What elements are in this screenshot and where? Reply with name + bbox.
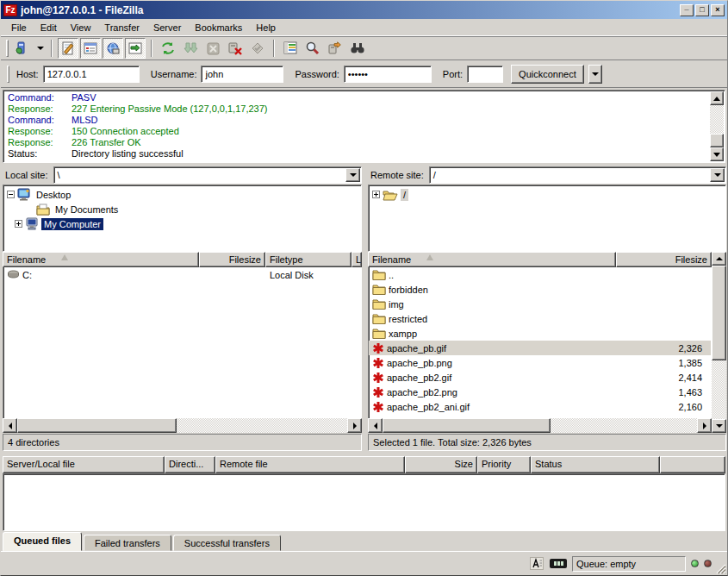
toggle-transfer-queue-icon[interactable]	[125, 38, 146, 59]
remote-pane: Remote site: / /	[366, 165, 728, 451]
message-log-section: Command:PASV Response:227 Entering Passi…	[1, 88, 727, 165]
cancel-operation-icon[interactable]	[202, 38, 223, 59]
menu-help[interactable]: Help	[249, 20, 283, 35]
menu-transfer[interactable]: Transfer	[97, 20, 146, 35]
remote-directory-tree: /	[368, 185, 726, 252]
scroll-right-icon[interactable]	[347, 418, 362, 433]
log-scrollbar[interactable]	[710, 91, 724, 161]
scroll-down-icon[interactable]	[712, 419, 726, 433]
local-status-text: 4 directories	[3, 434, 362, 451]
tab-successful-transfers[interactable]: Successful transfers	[173, 535, 281, 551]
file-row-selected[interactable]: apache_pb.gif 2,326	[369, 341, 711, 355]
log-label: Response:	[8, 103, 72, 115]
tab-queued-files[interactable]: Queued files	[3, 532, 82, 551]
log-label: Response:	[8, 137, 72, 148]
log-label: Command:	[8, 115, 72, 126]
log-text: 227 Entering Passive Mode (127,0,0,1,17,…	[72, 103, 267, 115]
menu-bookmarks[interactable]: Bookmarks	[188, 20, 249, 35]
local-hscrollbar[interactable]	[3, 418, 362, 433]
file-row[interactable]: apache_pb2.png 1,463	[369, 385, 711, 399]
menu-server[interactable]: Server	[146, 20, 188, 35]
username-input[interactable]	[201, 66, 283, 83]
column-header-filename[interactable]: Filename	[368, 252, 616, 267]
toggle-local-tree-icon[interactable]	[80, 38, 101, 59]
quickconnect-button[interactable]: Quickconnect	[511, 65, 584, 84]
remote-vscrollbar[interactable]	[712, 252, 726, 433]
toolbar-grip[interactable]	[6, 40, 9, 57]
reconnect-icon[interactable]	[247, 38, 268, 59]
remote-site-combo[interactable]: /	[429, 166, 726, 184]
local-site-combo[interactable]: \	[53, 166, 362, 184]
file-row[interactable]: img	[369, 297, 711, 311]
column-header-remote-file[interactable]: Remote file	[215, 456, 405, 473]
column-header-server-local-file[interactable]: Server/Local file	[3, 456, 165, 473]
menu-file[interactable]: File	[4, 20, 34, 35]
queue-list[interactable]	[3, 473, 725, 531]
host-input[interactable]	[43, 66, 140, 83]
file-row[interactable]: restricted	[369, 311, 711, 326]
column-header-filetype[interactable]: Filetype	[265, 252, 352, 267]
column-header-priority[interactable]: Priority	[477, 456, 531, 473]
directory-comparison-icon[interactable]	[347, 38, 368, 59]
toggle-remote-tree-icon[interactable]	[103, 38, 123, 59]
scroll-up-icon[interactable]	[712, 252, 726, 266]
refresh-icon[interactable]	[158, 38, 178, 59]
directory-listing-filters-icon[interactable]	[280, 38, 301, 59]
tab-failed-transfers[interactable]: Failed transfers	[84, 535, 171, 551]
chevron-down-icon[interactable]	[345, 168, 360, 182]
column-header-direction[interactable]: Directi...	[165, 456, 215, 473]
message-log: Command:PASV Response:227 Entering Passi…	[3, 90, 725, 163]
close-button[interactable]: ×	[711, 4, 725, 16]
tree-item-my-computer[interactable]: My Computer	[3, 216, 361, 231]
scroll-right-icon[interactable]	[697, 418, 712, 433]
file-row[interactable]: apache_pb.png 1,385	[369, 355, 711, 370]
minimize-button[interactable]: _	[680, 4, 694, 16]
image-file-icon	[372, 342, 384, 354]
scroll-left-icon[interactable]	[3, 418, 17, 433]
process-queue-icon[interactable]	[180, 38, 201, 59]
local-site-label: Local site:	[3, 170, 51, 180]
quickconnect-grip[interactable]	[7, 66, 9, 83]
log-text: Directory listing successful	[72, 148, 184, 160]
column-header-filesize[interactable]: Filesize	[616, 252, 712, 267]
expand-icon[interactable]	[372, 191, 380, 198]
resize-grip[interactable]	[714, 562, 726, 574]
toolbar	[1, 36, 727, 60]
scroll-left-icon[interactable]	[368, 418, 383, 433]
collapse-icon[interactable]	[7, 191, 15, 198]
column-header-filesize[interactable]: Filesize	[199, 252, 265, 267]
toggle-message-log-icon[interactable]	[58, 38, 78, 59]
file-row[interactable]: forbidden	[369, 282, 711, 297]
quickconnect-dropdown-icon[interactable]	[588, 65, 602, 84]
remote-hscrollbar[interactable]	[368, 418, 712, 433]
file-row[interactable]: apache_pb2.gif 2,414	[369, 370, 711, 385]
tree-item-label: My Documents	[53, 203, 121, 216]
site-manager-dropdown-icon[interactable]	[35, 39, 46, 58]
file-row[interactable]: ..	[369, 267, 711, 282]
site-manager-icon[interactable]	[13, 38, 34, 59]
column-header-filename[interactable]: Filename	[3, 252, 199, 267]
tree-item-my-documents[interactable]: My Documents	[3, 202, 361, 216]
file-row[interactable]: xampp	[369, 326, 711, 341]
chevron-down-icon[interactable]	[710, 168, 725, 182]
column-header-last-modified[interactable]: L	[352, 252, 362, 267]
synchronized-browsing-icon[interactable]	[325, 38, 345, 59]
tree-item-root[interactable]: /	[369, 187, 725, 202]
menu-edit[interactable]: Edit	[34, 20, 64, 35]
file-row[interactable]: apache_pb2_ani.gif 2,160	[369, 399, 711, 414]
expand-icon[interactable]	[15, 220, 22, 228]
remote-status-text: Selected 1 file. Total size: 2,326 bytes	[368, 434, 726, 451]
column-header-size[interactable]: Size	[405, 456, 477, 473]
password-input[interactable]	[344, 66, 432, 83]
maximize-button[interactable]: □	[695, 4, 709, 16]
scroll-up-icon[interactable]	[710, 91, 724, 105]
menu-view[interactable]: View	[64, 20, 98, 35]
scroll-down-icon[interactable]	[710, 147, 724, 161]
tree-item-desktop[interactable]: Desktop	[3, 187, 361, 202]
port-input[interactable]	[467, 66, 503, 83]
quickconnect-bar: Host: Username: Password: Port: Quickcon…	[1, 60, 727, 88]
disconnect-icon[interactable]	[225, 38, 246, 59]
file-search-icon[interactable]	[302, 38, 323, 59]
file-row-c-drive[interactable]: C: Local Disk	[3, 267, 361, 282]
column-header-status[interactable]: Status	[531, 456, 660, 473]
